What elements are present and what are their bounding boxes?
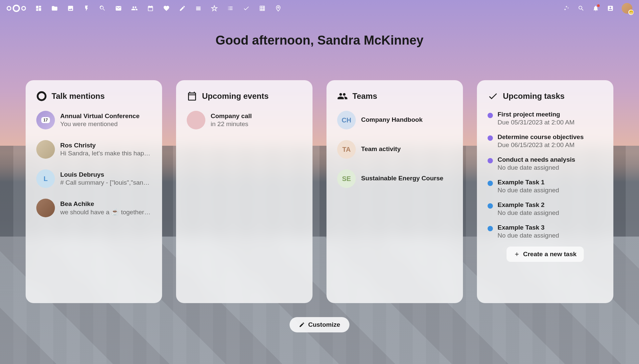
task-color-icon <box>488 203 493 209</box>
teams-icon <box>337 91 348 101</box>
tables-icon[interactable] <box>259 5 266 12</box>
team-item[interactable]: CH Company Handbook <box>337 111 452 129</box>
team-avatar-icon: SE <box>337 169 356 188</box>
mail-icon[interactable] <box>115 5 122 12</box>
task-color-icon <box>488 226 493 231</box>
plus-icon <box>514 251 520 257</box>
notes-icon[interactable] <box>179 5 186 12</box>
widget-header: Teams <box>337 91 452 101</box>
lists-icon[interactable] <box>227 5 234 12</box>
team-item[interactable]: TA Team activity <box>337 140 452 159</box>
task-title: Conduct a needs analysis <box>498 156 603 163</box>
user-avatar[interactable] <box>622 3 632 14</box>
talk-mention-item[interactable]: 17 Annual Virtual Conference You were me… <box>36 111 151 129</box>
task-subtitle: No due date assigned <box>498 164 603 171</box>
item-title: Louis Debruys <box>60 171 151 178</box>
widget-teams: Teams CH Company Handbook TA Team activi… <box>326 80 463 303</box>
notifications-icon[interactable] <box>592 5 599 12</box>
task-item[interactable]: Conduct a needs analysis No due date ass… <box>488 156 603 171</box>
item-subtitle: in 22 minutes <box>211 120 302 128</box>
files-icon[interactable] <box>51 5 58 12</box>
create-task-label: Create a new task <box>523 251 577 258</box>
user-avatar-icon <box>36 140 55 159</box>
item-title: Company call <box>211 112 302 120</box>
top-bar-right <box>563 3 632 14</box>
team-avatar-icon: TA <box>337 140 356 159</box>
task-color-icon <box>488 158 493 163</box>
talk-icon[interactable] <box>99 5 106 12</box>
logo[interactable] <box>7 5 26 12</box>
widget-header: Talk mentions <box>36 91 151 101</box>
item-subtitle: # Call summary - ["louis","san… <box>60 179 151 186</box>
user-avatar-icon <box>36 199 55 217</box>
widget-upcoming-events: Upcoming events Company call in 22 minut… <box>176 80 313 303</box>
task-subtitle: No due date assigned <box>498 232 603 239</box>
conference-avatar-icon: 17 <box>36 111 55 129</box>
item-title: Bea Achike <box>60 200 151 208</box>
task-title: Example Task 3 <box>498 224 603 231</box>
event-item[interactable]: Company call in 22 minutes <box>187 111 302 129</box>
team-item[interactable]: SE Sustainable Energy Course <box>337 169 452 188</box>
task-title: Example Task 1 <box>498 179 603 186</box>
widget-header: Upcoming events <box>187 91 302 101</box>
team-avatar-icon: CH <box>337 111 356 129</box>
task-color-icon <box>488 135 493 141</box>
task-subtitle: No due date assigned <box>498 209 603 217</box>
health-icon[interactable] <box>163 5 170 12</box>
customize-label: Customize <box>308 321 340 328</box>
item-subtitle: we should have a ☕ together … <box>60 208 151 216</box>
talk-mention-item[interactable]: Ros Christy Hi Sandra, let's make this h… <box>36 140 151 159</box>
check-icon <box>488 91 498 101</box>
task-color-icon <box>488 113 493 118</box>
maps-icon[interactable] <box>275 5 282 12</box>
greeting: Good afternoon, Sandra McKinney <box>0 33 639 48</box>
calendar-icon <box>187 91 197 101</box>
task-item[interactable]: Example Task 1 No due date assigned <box>488 179 603 194</box>
task-item[interactable]: Example Task 3 No due date assigned <box>488 224 603 239</box>
task-title: Example Task 2 <box>498 201 603 209</box>
deck-icon[interactable] <box>195 5 202 12</box>
task-subtitle: Due 05/31/2023 at 2:00 AM <box>498 119 603 126</box>
search-icon[interactable] <box>578 5 584 12</box>
item-title: Company Handbook <box>361 116 452 123</box>
widget-header: Upcoming tasks <box>488 91 603 101</box>
widget-title: Teams <box>352 91 377 101</box>
dashboard: Talk mentions 17 Annual Virtual Conferen… <box>0 80 639 303</box>
item-title: Sustainable Energy Course <box>361 175 452 182</box>
widget-title: Talk mentions <box>52 91 105 101</box>
task-subtitle: No due date assigned <box>498 187 603 194</box>
talk-icon <box>36 91 47 101</box>
widget-talk-mentions: Talk mentions 17 Annual Virtual Conferen… <box>26 80 162 303</box>
task-title: Determine course objectives <box>498 133 603 141</box>
task-item[interactable]: First project meeting Due 05/31/2023 at … <box>488 111 603 126</box>
task-title: First project meeting <box>498 111 603 118</box>
item-subtitle: You were mentioned <box>60 120 151 128</box>
calendar-icon[interactable] <box>147 5 154 12</box>
dashboard-icon[interactable] <box>35 5 42 12</box>
featured-icon[interactable] <box>211 5 218 12</box>
top-bar-left <box>7 5 282 12</box>
widget-title: Upcoming events <box>202 91 269 101</box>
top-bar <box>0 0 639 17</box>
contacts-menu-icon[interactable] <box>607 5 614 12</box>
task-color-icon <box>488 181 493 186</box>
customize-button[interactable]: Customize <box>290 317 349 332</box>
talk-mention-item[interactable]: Bea Achike we should have a ☕ together … <box>36 199 151 217</box>
customize-bar: Customize <box>0 317 639 332</box>
task-item[interactable]: Example Task 2 No due date assigned <box>488 201 603 217</box>
task-item[interactable]: Determine course objectives Due 06/15/20… <box>488 133 603 149</box>
create-task-button[interactable]: Create a new task <box>507 247 584 262</box>
task-subtitle: Due 06/15/2023 at 2:00 AM <box>498 141 603 149</box>
tasks-icon[interactable] <box>243 5 250 12</box>
assistant-icon[interactable] <box>563 5 570 12</box>
photos-icon[interactable] <box>67 5 74 12</box>
item-title: Team activity <box>361 145 452 153</box>
pencil-icon <box>299 322 305 328</box>
talk-mention-item[interactable]: L Louis Debruys # Call summary - ["louis… <box>36 169 151 188</box>
contacts-icon[interactable] <box>131 5 138 12</box>
svg-point-0 <box>38 92 46 100</box>
activity-icon[interactable] <box>83 5 90 12</box>
item-subtitle: Hi Sandra, let's make this hap… <box>60 150 151 157</box>
widget-title: Upcoming tasks <box>503 91 564 101</box>
widget-upcoming-tasks: Upcoming tasks First project meeting Due… <box>477 80 613 303</box>
